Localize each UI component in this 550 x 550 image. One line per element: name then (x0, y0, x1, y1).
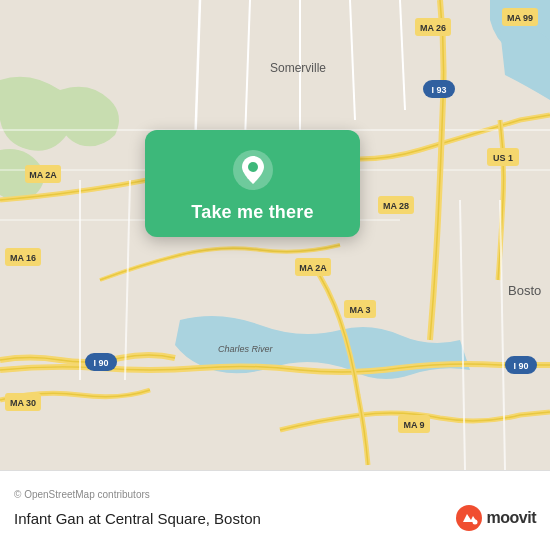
svg-text:MA 30: MA 30 (10, 398, 36, 408)
svg-text:I 90: I 90 (513, 361, 528, 371)
svg-text:MA 28: MA 28 (383, 201, 409, 211)
svg-text:Somerville: Somerville (270, 61, 326, 75)
svg-point-45 (248, 162, 258, 172)
svg-text:MA 26: MA 26 (420, 23, 446, 33)
location-name: Infant Gan at Central Square, Boston (14, 510, 261, 527)
svg-text:MA 99: MA 99 (507, 13, 533, 23)
bottom-row: Infant Gan at Central Square, Boston moo… (14, 504, 536, 532)
svg-text:MA 2A: MA 2A (29, 170, 57, 180)
svg-text:MA 3: MA 3 (349, 305, 370, 315)
pin-icon (231, 148, 275, 192)
svg-text:I 90: I 90 (93, 358, 108, 368)
moovit-text: moovit (487, 509, 536, 527)
svg-text:MA 16: MA 16 (10, 253, 36, 263)
svg-text:Charles River: Charles River (218, 344, 274, 354)
svg-text:Bosto: Bosto (508, 283, 541, 298)
bottom-bar: © OpenStreetMap contributors Infant Gan … (0, 470, 550, 550)
take-me-there-button[interactable]: Take me there (191, 202, 313, 223)
svg-text:I 93: I 93 (431, 85, 446, 95)
svg-point-47 (472, 520, 477, 525)
svg-text:US 1: US 1 (493, 153, 513, 163)
svg-text:MA 9: MA 9 (403, 420, 424, 430)
moovit-logo: moovit (455, 504, 536, 532)
location-card: Take me there (145, 130, 360, 237)
svg-text:MA 2A: MA 2A (299, 263, 327, 273)
attribution-text: © OpenStreetMap contributors (14, 489, 536, 500)
map-container: MA 2A MA 2A MA 2A MA 16 I 90 I 90 I 93 M… (0, 0, 550, 470)
moovit-icon (455, 504, 483, 532)
